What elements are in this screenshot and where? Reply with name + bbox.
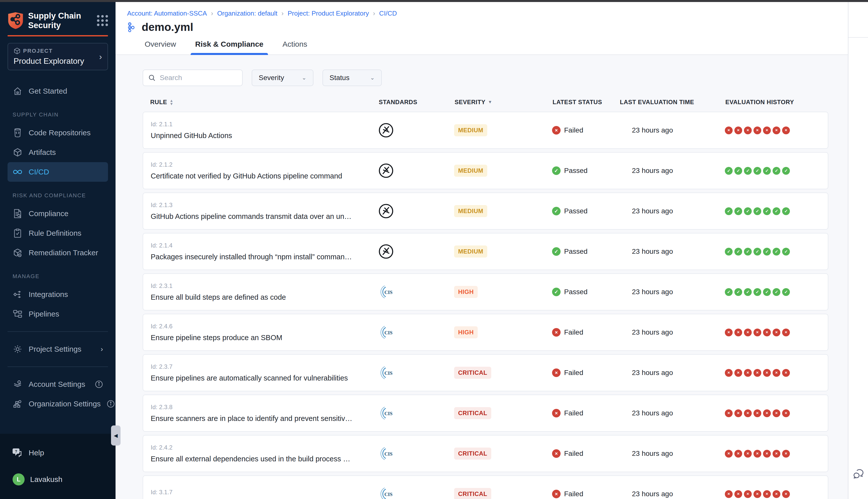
info-icon[interactable] (107, 400, 115, 408)
module-switcher-icon[interactable] (97, 15, 108, 26)
help-button[interactable]: ? Help (13, 448, 103, 457)
compliance-doc-icon (13, 209, 23, 218)
breadcrumb-cicd[interactable]: CI/CD (379, 10, 397, 17)
main-area: Account: Automation-SSCA › Organization:… (116, 2, 848, 499)
column-header-evaluation-history[interactable]: EVALUATION HISTORY (725, 99, 794, 106)
table-row[interactable]: Id: 2.1.4 Packages insecurely installed … (143, 233, 828, 270)
breadcrumb-organization[interactable]: Organization: default (217, 10, 278, 17)
history-fail-icon (763, 369, 771, 377)
gear-icon (13, 345, 23, 354)
tab-overview[interactable]: Overview (145, 40, 176, 54)
sidebar-item-integrations[interactable]: Integrations (8, 285, 108, 304)
history-pass-icon (754, 288, 761, 296)
table-row[interactable]: Id: 2.4.2 Ensure all external dependenci… (143, 435, 828, 472)
shield-logo-icon (8, 12, 24, 29)
info-icon[interactable] (95, 380, 103, 388)
tab-actions[interactable]: Actions (282, 40, 307, 54)
history-fail-icon (773, 490, 780, 498)
evaluation-history (725, 450, 828, 458)
history-fail-icon (744, 369, 752, 377)
pipelines-icon (13, 310, 23, 318)
history-fail-icon (773, 126, 780, 134)
user-menu[interactable]: L Lavakush (13, 473, 103, 485)
table-row[interactable]: Id: 2.3.7 Ensure pipelines are automatic… (143, 354, 828, 391)
chevron-sep-icon: › (373, 10, 375, 17)
rule-name: Ensure all build steps are defined as co… (151, 293, 355, 302)
sidebar-bottom: ? Help L Lavakush (0, 434, 116, 499)
project-selector[interactable]: PROJECT Product Exploratory › (8, 43, 108, 70)
history-pass-icon (763, 288, 771, 296)
last-evaluation-time: 23 hours ago (619, 328, 725, 336)
severity-filter-dropdown[interactable]: Severity ⌄ (252, 70, 313, 86)
table-row[interactable]: Id: 2.1.2 Certificate not verified by Gi… (143, 152, 828, 189)
chevron-sep-icon: › (211, 10, 213, 17)
sidebar-item-cicd[interactable]: CI/CD (8, 162, 108, 182)
column-header-rule[interactable]: RULE ▲▼ (150, 99, 173, 106)
account-layers-icon (13, 380, 23, 389)
sidebar-item-rule-definitions[interactable]: Rule Definitions (8, 223, 108, 243)
svg-text:CIS: CIS (385, 370, 393, 376)
history-fail-icon (725, 329, 733, 336)
status-label: Passed (564, 247, 588, 256)
sidebar-item-account-settings[interactable]: Account Settings (8, 375, 108, 394)
sidebar-item-project-settings[interactable]: Project Settings › (8, 339, 108, 359)
column-header-severity[interactable]: SEVERITY ▼ (455, 99, 492, 106)
svg-text:CIS: CIS (385, 411, 393, 416)
sidebar-item-pipelines[interactable]: Pipelines (8, 304, 108, 324)
last-evaluation-time: 23 hours ago (619, 247, 725, 256)
chevron-sep-icon: › (281, 10, 284, 17)
app-title: Supply Chain Security (28, 11, 81, 30)
history-pass-icon (763, 248, 771, 256)
sidebar-item-artifacts[interactable]: Artifacts (8, 143, 108, 162)
sidebar-item-compliance[interactable]: Compliance (8, 204, 108, 223)
search-input[interactable] (160, 74, 237, 82)
evaluation-history (725, 248, 828, 256)
sidebar-item-get-started[interactable]: Get Started (8, 81, 108, 101)
history-fail-icon (725, 410, 733, 417)
sidebar-item-code-repositories[interactable]: Code Repositories (8, 123, 108, 143)
history-fail-icon (754, 490, 761, 498)
rules-table-body: Id: 2.1.1 Unpinned GitHub Actions (143, 112, 828, 499)
svg-text:CIS: CIS (385, 492, 393, 497)
chevron-down-icon: ⌄ (370, 75, 375, 81)
status-icon (552, 167, 560, 175)
history-pass-icon (754, 207, 761, 215)
table-row[interactable]: Id: 2.1.3 GitHub Actions pipeline comman… (143, 193, 828, 230)
severity-badge: CRITICAL (454, 407, 491, 419)
cis-standard-icon: CIS (378, 486, 394, 499)
breadcrumb-project[interactable]: Project: Product Exploratory (288, 10, 369, 17)
table-row[interactable]: Id: 3.1.7 CIS (143, 475, 828, 499)
cis-standard-icon: CIS (378, 284, 394, 300)
table-row[interactable]: Id: 2.4.6 Ensure pipeline steps produce … (143, 314, 828, 351)
project-label: PROJECT (23, 48, 53, 54)
sidebar-collapse-handle[interactable]: ◀ (111, 425, 121, 446)
history-fail-icon (725, 450, 733, 458)
history-fail-icon (763, 329, 771, 336)
column-header-last-evaluation-time[interactable]: LAST EVALUATION TIME (620, 99, 694, 106)
table-row[interactable]: Id: 2.3.8 Ensure scanners are in place t… (143, 394, 828, 432)
breadcrumb-account[interactable]: Account: Automation-SSCA (127, 10, 207, 17)
chat-support-icon[interactable] (853, 469, 864, 479)
rule-id: Id: 3.1.7 (151, 489, 355, 496)
last-evaluation-time: 23 hours ago (619, 369, 725, 377)
history-fail-icon (744, 410, 752, 417)
svg-text:?: ? (15, 449, 17, 453)
column-header-latest-status[interactable]: LATEST STATUS (553, 99, 602, 106)
app-logo: Supply Chain Security (8, 11, 108, 30)
history-fail-icon (754, 126, 761, 134)
status-icon (552, 288, 560, 296)
status-filter-dropdown[interactable]: Status ⌄ (323, 70, 382, 86)
history-fail-icon (763, 450, 771, 458)
sidebar-item-remediation-tracker[interactable]: Remediation Tracker (8, 243, 108, 263)
cis-standard-icon: CIS (378, 325, 394, 340)
column-header-standards[interactable]: STANDARDS (379, 99, 417, 106)
search-box[interactable] (143, 70, 243, 86)
tab-bar: Overview Risk & Compliance Actions (145, 40, 848, 54)
history-fail-icon (725, 369, 733, 377)
tab-risk-compliance[interactable]: Risk & Compliance (195, 40, 264, 54)
table-row[interactable]: Id: 2.1.1 Unpinned GitHub Actions (143, 112, 828, 149)
svg-text:CIS: CIS (385, 451, 393, 457)
severity-badge: MEDIUM (454, 245, 487, 257)
table-row[interactable]: Id: 2.3.1 Ensure all build steps are def… (143, 273, 828, 311)
sidebar-item-organization-settings[interactable]: Organization Settings (8, 394, 108, 414)
